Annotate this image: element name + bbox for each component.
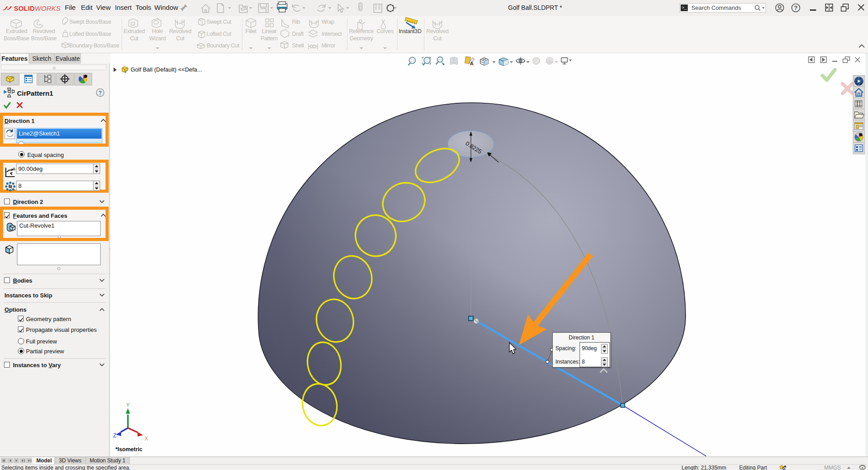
svg-text:?: ? xyxy=(98,90,102,96)
svg-text:X: X xyxy=(144,436,148,442)
svg-text:*Isometric: *Isometric xyxy=(115,446,142,453)
svg-text:A: A xyxy=(470,61,474,66)
svg-text:A: A xyxy=(13,167,16,171)
svg-text:Z: Z xyxy=(113,432,116,439)
svg-text:?: ? xyxy=(794,4,798,11)
svg-text:Y: Y xyxy=(126,402,130,408)
